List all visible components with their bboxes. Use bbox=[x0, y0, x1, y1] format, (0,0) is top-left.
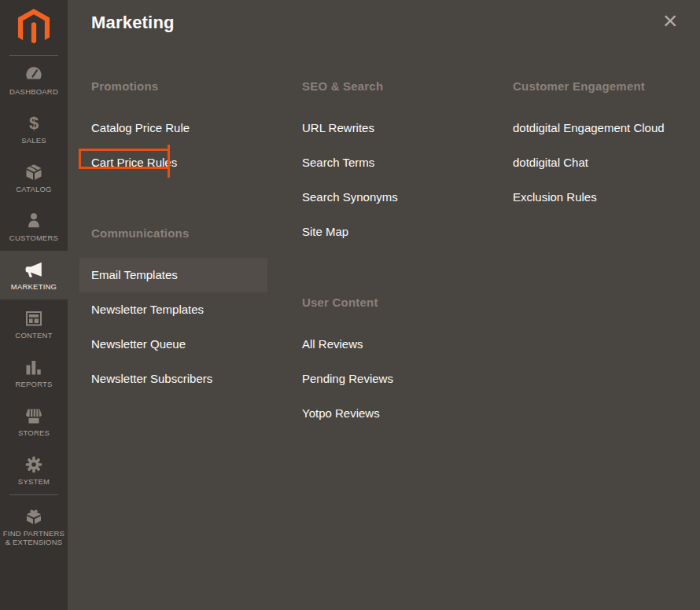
sidebar-item-label: REPORTS bbox=[13, 380, 54, 388]
sidebar-item-label: CONTENT bbox=[13, 331, 54, 340]
section-heading: Promotions bbox=[79, 75, 290, 97]
menu-column-2: SEO & Search URL Rewrites Search Terms S… bbox=[290, 75, 501, 431]
find-partners-brick-icon bbox=[24, 507, 43, 526]
section-heading: Customer Engagement bbox=[501, 75, 700, 97]
menu-item-newsletter-templates[interactable]: Newsletter Templates bbox=[79, 292, 267, 327]
menu-columns: Promotions Catalog Price Rule Cart Price… bbox=[68, 75, 700, 431]
menu-item-cart-price-rules[interactable]: Cart Price Rules bbox=[79, 145, 267, 180]
sidebar-item-dashboard[interactable]: DASHBOARD bbox=[0, 56, 68, 105]
system-gear-icon bbox=[24, 455, 43, 474]
sales-icon: $ bbox=[29, 114, 39, 133]
sidebar-item-label: SYSTEM bbox=[16, 477, 52, 486]
menu-column-1: Promotions Catalog Price Rule Cart Price… bbox=[79, 75, 290, 431]
menu-item-all-reviews[interactable]: All Reviews bbox=[290, 327, 478, 362]
customers-icon bbox=[24, 211, 43, 230]
menu-column-3: Customer Engagement dotdigital Engagemen… bbox=[501, 75, 700, 431]
menu-item-catalog-price-rule[interactable]: Catalog Price Rule bbox=[79, 111, 267, 145]
stores-icon bbox=[24, 406, 43, 425]
sidebar-item-label: DASHBOARD bbox=[7, 87, 61, 96]
menu-item-newsletter-queue[interactable]: Newsletter Queue bbox=[79, 327, 267, 362]
section-user-content: User Content All Reviews Pending Reviews… bbox=[290, 292, 501, 431]
menu-item-site-map[interactable]: Site Map bbox=[290, 215, 478, 249]
sidebar-item-label: CATALOG bbox=[13, 185, 53, 193]
section-seo-search: SEO & Search URL Rewrites Search Terms S… bbox=[290, 75, 501, 249]
sidebar-item-system[interactable]: SYSTEM bbox=[0, 446, 68, 494]
sidebar-item-find-partners[interactable]: FIND PARTNERS & EXTENSIONS bbox=[0, 495, 68, 558]
menu-item-search-synonyms[interactable]: Search Synonyms bbox=[290, 180, 478, 215]
sidebar-item-sales[interactable]: $ SALES bbox=[0, 105, 68, 153]
sidebar-nav: DASHBOARD $ SALES CATALOG bbox=[0, 56, 68, 558]
menu-item-exclusion-rules[interactable]: Exclusion Rules bbox=[501, 180, 689, 215]
magento-logo-icon bbox=[17, 9, 50, 46]
sidebar-item-label: MARKETING bbox=[9, 282, 59, 291]
sidebar-item-marketing[interactable]: MARKETING bbox=[0, 251, 68, 299]
sidebar-item-catalog[interactable]: CATALOG bbox=[0, 153, 68, 202]
sidebar-item-content[interactable]: CONTENT bbox=[0, 299, 68, 348]
menu-item-email-templates[interactable]: Email Templates bbox=[79, 258, 267, 292]
section-customer-engagement: Customer Engagement dotdigital Engagemen… bbox=[501, 75, 700, 215]
menu-item-yotpo-reviews[interactable]: Yotpo Reviews bbox=[290, 396, 478, 431]
section-heading: User Content bbox=[290, 292, 501, 314]
section-heading: Communications bbox=[79, 222, 290, 244]
catalog-icon bbox=[24, 163, 43, 182]
section-promotions: Promotions Catalog Price Rule Cart Price… bbox=[79, 75, 290, 180]
sidebar-item-reports[interactable]: REPORTS bbox=[0, 348, 68, 397]
menu-item-dotdigital-engagement-cloud[interactable]: dotdigital Engagement Cloud bbox=[501, 111, 689, 145]
menu-item-url-rewrites[interactable]: URL Rewrites bbox=[290, 111, 478, 145]
sidebar-item-customers[interactable]: CUSTOMERS bbox=[0, 202, 68, 251]
menu-item-newsletter-subscribers[interactable]: Newsletter Subscribers bbox=[79, 362, 267, 396]
sidebar-item-label: FIND PARTNERS & EXTENSIONS bbox=[0, 529, 68, 546]
sidebar-item-label: CUSTOMERS bbox=[7, 233, 61, 242]
sidebar-item-stores[interactable]: STORES bbox=[0, 397, 68, 446]
content-icon bbox=[24, 309, 43, 328]
admin-sidebar: DASHBOARD $ SALES CATALOG bbox=[0, 0, 68, 610]
dashboard-icon bbox=[24, 65, 43, 84]
sidebar-item-label: STORES bbox=[16, 428, 52, 437]
marketing-flyout-menu: Marketing × Promotions Catalog Price Rul… bbox=[68, 0, 700, 610]
section-communications: Communications Email Templates Newslette… bbox=[79, 222, 290, 396]
marketing-megaphone-icon bbox=[24, 260, 43, 279]
menu-item-search-terms[interactable]: Search Terms bbox=[290, 145, 478, 180]
flyout-title: Marketing bbox=[91, 11, 700, 35]
close-icon[interactable]: × bbox=[656, 6, 684, 35]
reports-icon bbox=[24, 358, 43, 377]
sidebar-item-label: SALES bbox=[19, 136, 49, 145]
menu-item-dotdigital-chat[interactable]: dotdigital Chat bbox=[501, 145, 689, 180]
magento-logo[interactable] bbox=[0, 0, 68, 55]
menu-item-pending-reviews[interactable]: Pending Reviews bbox=[290, 362, 478, 396]
section-heading: SEO & Search bbox=[290, 75, 501, 97]
